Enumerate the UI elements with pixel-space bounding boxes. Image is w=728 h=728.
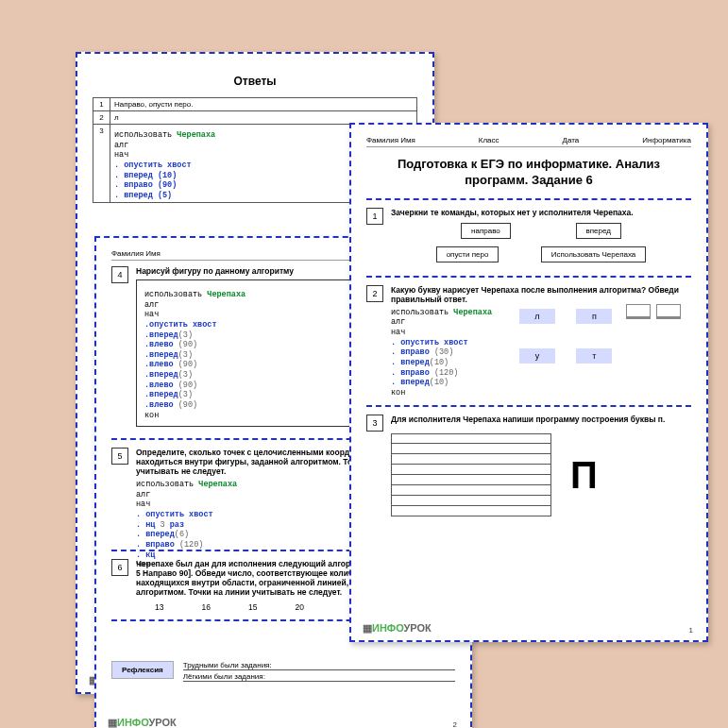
letter-sample: П bbox=[570, 454, 598, 497]
option[interactable]: т bbox=[576, 348, 612, 364]
task-number: 1 bbox=[366, 208, 383, 225]
laptop-icon bbox=[626, 304, 651, 319]
logo: ▦ИНФОУРОК bbox=[363, 622, 432, 635]
reflection-block: Рефлексия Трудными были задания: Лёгкими… bbox=[111, 659, 455, 682]
task-2: 2 Какую букву нарисует Черепаха после вы… bbox=[366, 285, 691, 398]
worksheet-title: Подготовка к ЕГЭ по информатике. Анализ … bbox=[366, 157, 691, 189]
option[interactable]: у bbox=[519, 348, 555, 364]
task-3: 3 Для исполнителя Черепаха напиши програ… bbox=[366, 415, 691, 520]
task-number: 2 bbox=[366, 285, 383, 302]
code-block: использовать Черепаха алг нач . опустить… bbox=[391, 308, 495, 398]
option-button[interactable]: Использовать Черепаха bbox=[541, 246, 647, 262]
option-button[interactable]: направо bbox=[461, 223, 511, 239]
option[interactable]: л bbox=[519, 309, 555, 324]
task-1: 1 Зачеркни те команды, которых нет у исп… bbox=[366, 208, 691, 268]
answers-title: Ответы bbox=[93, 75, 417, 88]
page-number: 1 bbox=[689, 626, 693, 635]
option-button[interactable]: вперед bbox=[576, 223, 621, 239]
header-row: Фамилия Имя Класс Дата Информатика bbox=[366, 136, 691, 147]
answer-options: л п у т bbox=[510, 304, 683, 398]
task-text: Зачеркни те команды, которых нет у испол… bbox=[391, 208, 691, 217]
laptop-icon bbox=[656, 304, 681, 319]
option-button[interactable]: опусти перо bbox=[436, 246, 499, 262]
task-number: 4 bbox=[111, 266, 128, 283]
option[interactable]: п bbox=[576, 309, 612, 324]
answer-lines[interactable] bbox=[391, 433, 551, 516]
task-number: 6 bbox=[111, 559, 128, 576]
task-number: 5 bbox=[111, 448, 128, 465]
table-row: 1Направо, опусти перо. bbox=[93, 98, 417, 111]
task-number: 3 bbox=[366, 415, 383, 432]
task-text: Для исполнителя Черепаха напиши программ… bbox=[391, 415, 691, 424]
task-text: Какую букву нарисует Черепаха после выпо… bbox=[391, 285, 691, 304]
page-number: 2 bbox=[453, 720, 457, 728]
reflection-title: Рефлексия bbox=[111, 661, 174, 679]
logo: ▦ИНФОУРОК bbox=[108, 717, 177, 728]
worksheet-page-1: Фамилия Имя Класс Дата Информатика Подго… bbox=[349, 123, 708, 642]
